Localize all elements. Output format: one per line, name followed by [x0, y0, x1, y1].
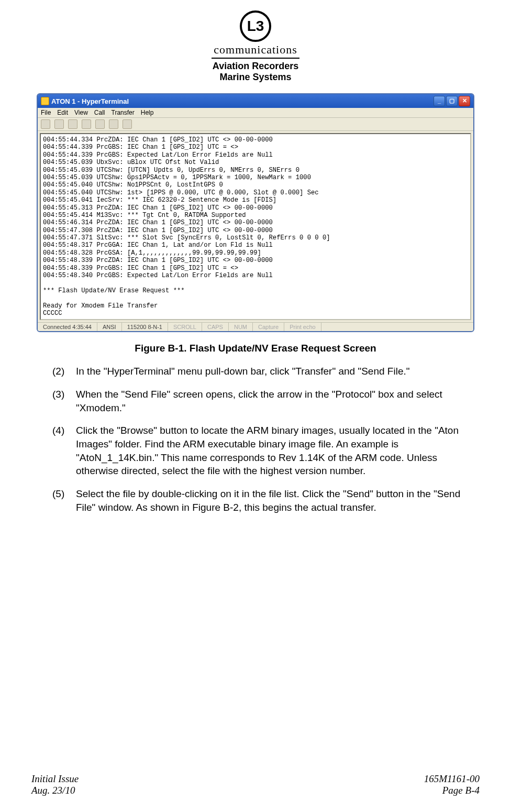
menu-edit[interactable]: Edit [57, 109, 68, 116]
header-line1: Aviation Recorders [31, 61, 480, 72]
minimize-button[interactable]: _ [434, 96, 445, 106]
step-text: When the "Send File" screen opens, click… [76, 388, 474, 414]
step-2: (2) In the "HyperTerminal" menu pull-dow… [52, 365, 474, 378]
footer-docnum: 165M1161-00 [424, 773, 480, 785]
page-header: L3 communications Aviation Recorders Mar… [31, 10, 480, 83]
step-5: (5) Select the file by double-clicking o… [52, 487, 474, 514]
app-icon [41, 97, 49, 105]
step-text: In the "HyperTerminal" menu pull-down ba… [76, 365, 409, 378]
step-number: (2) [52, 365, 76, 378]
status-emulation: ANSI [97, 323, 122, 331]
step-number: (3) [52, 388, 76, 414]
window-title: ATON 1 - HyperTerminal [51, 97, 129, 105]
figure-caption: Figure B-1. Flash Update/NV Erase Reques… [31, 343, 480, 354]
logo-subtext: communications [212, 43, 299, 59]
receive-icon[interactable] [109, 119, 118, 129]
properties-icon[interactable] [123, 119, 132, 129]
menu-file[interactable]: File [41, 109, 51, 116]
step-text: Select the file by double-clicking on it… [76, 487, 474, 514]
step-number: (5) [52, 487, 76, 514]
open-icon[interactable] [54, 119, 64, 129]
footer-date: Aug. 23/10 [31, 785, 79, 796]
close-button[interactable]: ✕ [459, 96, 470, 106]
status-scroll: SCROLL [168, 323, 202, 331]
footer-issue: Initial Issue [31, 773, 79, 785]
status-num: NUM [229, 323, 253, 331]
status-print: Print echo [284, 323, 321, 331]
new-icon[interactable] [41, 119, 50, 129]
status-connected: Connected 4:35:44 [38, 323, 97, 331]
terminal-output: 004:55:44.334 PrcZDA: IEC Chan 1 [GPS_ID… [40, 133, 471, 320]
step-text: Click the "Browse" button to locate the … [76, 424, 474, 478]
menu-bar: File Edit View Call Transfer Help [38, 108, 473, 118]
status-bar: Connected 4:35:44 ANSI 115200 8-N-1 SCRO… [38, 322, 473, 331]
company-logo: L3 communications [212, 10, 299, 59]
status-port: 115200 8-N-1 [122, 323, 168, 331]
header-line2: Marine Systems [31, 72, 480, 83]
status-capture: Capture [253, 323, 284, 331]
toolbar [38, 118, 473, 131]
menu-transfer[interactable]: Transfer [112, 109, 135, 116]
disconnect-icon[interactable] [82, 119, 91, 129]
menu-help[interactable]: Help [141, 109, 154, 116]
step-number: (4) [52, 424, 76, 478]
hyperterminal-window: ATON 1 - HyperTerminal _ ▢ ✕ File Edit V… [37, 93, 474, 332]
logo-badge: L3 [240, 10, 271, 42]
page-footer: Initial Issue Aug. 23/10 165M1161-00 Pag… [31, 773, 480, 796]
maximize-button[interactable]: ▢ [446, 96, 458, 106]
step-4: (4) Click the "Browse" button to locate … [52, 424, 474, 478]
footer-pagenum: Page B-4 [424, 785, 480, 796]
window-titlebar: ATON 1 - HyperTerminal _ ▢ ✕ [38, 94, 473, 108]
menu-view[interactable]: View [74, 109, 88, 116]
menu-call[interactable]: Call [94, 109, 105, 116]
status-caps: CAPS [202, 323, 229, 331]
step-3: (3) When the "Send File" screen opens, c… [52, 388, 474, 414]
call-icon[interactable] [68, 119, 77, 129]
send-icon[interactable] [95, 119, 105, 129]
instruction-body: (2) In the "HyperTerminal" menu pull-dow… [52, 365, 474, 514]
